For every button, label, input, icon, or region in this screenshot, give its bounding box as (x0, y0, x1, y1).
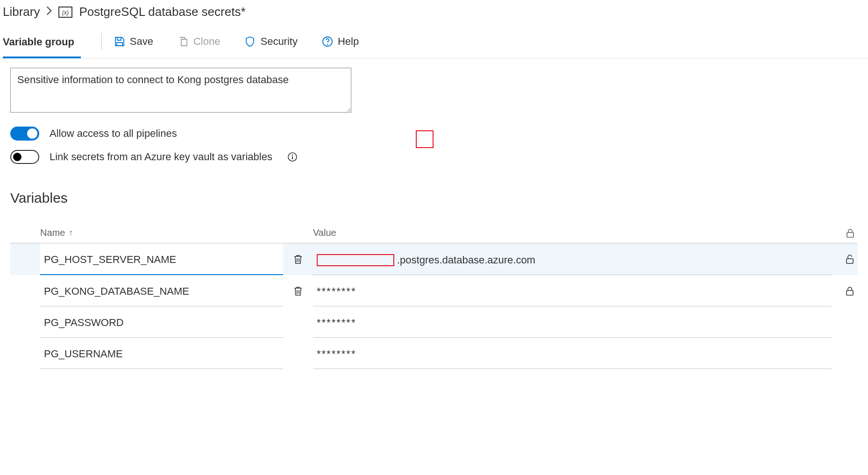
variable-value-input[interactable]: ******** (313, 275, 832, 306)
col-name-label: Name (40, 227, 65, 238)
divider (101, 33, 102, 50)
lock-icon (846, 228, 855, 238)
col-name[interactable]: Name ↑ (40, 227, 283, 238)
table-row[interactable]: PG_PASSWORD******** (10, 306, 858, 338)
save-button[interactable]: Save (114, 35, 153, 48)
annotation-box-1 (416, 130, 434, 148)
clone-button: Clone (178, 35, 220, 48)
svg-rect-8 (847, 259, 853, 263)
col-lock (832, 228, 858, 238)
lock-button[interactable] (832, 254, 858, 265)
info-icon[interactable] (287, 152, 298, 162)
lock-icon (845, 285, 855, 297)
svg-rect-9 (847, 291, 853, 295)
delete-button[interactable] (283, 285, 313, 297)
tabbar: Variable group Save Clone Security (0, 21, 868, 58)
svg-rect-6 (292, 156, 293, 159)
breadcrumb-root[interactable]: Library (3, 5, 40, 19)
table-header-row: Name ↑ Value (10, 223, 858, 243)
col-value[interactable]: Value (313, 227, 832, 238)
annotation-redaction (317, 254, 394, 266)
variable-name-input[interactable]: PG_KONG_DATABASE_NAME (40, 275, 283, 306)
variables-section-header: Variables (0, 164, 868, 206)
toggle-link-keyvault-label: Link secrets from an Azure key vault as … (50, 151, 272, 163)
toolbar: Save Clone Security Help (114, 35, 359, 48)
toggle-allow-access-label: Allow access to all pipelines (50, 128, 177, 140)
page-title: PostgreSQL database secrets* (79, 5, 245, 19)
shield-icon (244, 36, 256, 47)
help-button[interactable]: Help (322, 35, 359, 48)
security-button[interactable]: Security (244, 35, 297, 48)
svg-rect-7 (847, 233, 854, 237)
description-textarea[interactable] (10, 68, 351, 113)
svg-point-3 (327, 43, 328, 44)
variable-value-input[interactable]: ******** (313, 306, 832, 338)
variable-name-input[interactable]: PG_HOST_SERVER_NAME (40, 243, 283, 275)
clone-label: Clone (193, 35, 220, 48)
table-row[interactable]: PG_HOST_SERVER_NAME .postgres.database.a… (10, 243, 858, 275)
chevron-right-icon (46, 6, 52, 18)
variable-value-input[interactable]: ******** (313, 338, 832, 369)
toggle-link-keyvault[interactable] (10, 150, 39, 164)
variables-table: Name ↑ Value PG_HOST_SERVER_NAME .postgr… (10, 223, 858, 369)
sort-asc-icon: ↑ (69, 228, 73, 238)
breadcrumb: Library (x) PostgreSQL database secrets* (0, 0, 868, 21)
toggle-allow-access[interactable] (10, 127, 39, 141)
save-icon (114, 36, 125, 47)
lock-button[interactable] (832, 285, 858, 297)
table-row[interactable]: PG_KONG_DATABASE_NAME ******** (10, 275, 858, 306)
save-label: Save (130, 35, 153, 48)
help-label: Help (338, 35, 359, 48)
svg-point-5 (292, 155, 293, 156)
variable-name-input[interactable]: PG_USERNAME (40, 338, 283, 369)
unlock-icon (845, 254, 855, 265)
delete-button[interactable] (283, 254, 313, 265)
svg-text:(x): (x) (62, 9, 69, 16)
help-icon (322, 36, 333, 47)
table-row[interactable]: PG_USERNAME******** (10, 338, 858, 369)
security-label: Security (260, 35, 297, 48)
variable-value-input[interactable]: .postgres.database.azure.com (313, 244, 832, 275)
trash-icon (293, 285, 303, 297)
clone-icon (178, 36, 189, 47)
variable-group-icon: (x) (58, 7, 72, 18)
tab-variable-group[interactable]: Variable group (3, 30, 81, 58)
variable-name-input[interactable]: PG_PASSWORD (40, 306, 283, 338)
trash-icon (293, 254, 303, 265)
